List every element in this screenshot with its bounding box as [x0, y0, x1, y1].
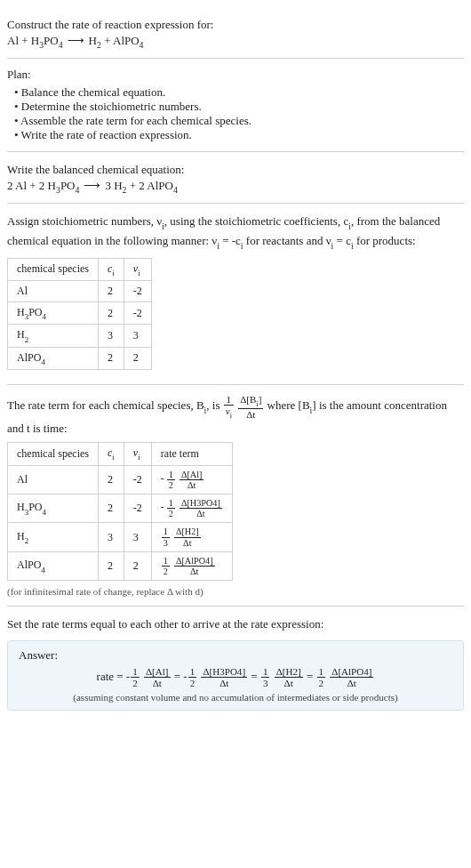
section-balanced: Write the balanced chemical equation: 2 …: [7, 152, 464, 204]
cell-rate: 13 Δ[H2]Δt: [151, 523, 232, 551]
cell-c: 3: [98, 523, 124, 551]
balanced-title: Write the balanced chemical equation:: [7, 161, 464, 179]
cell-species: Al: [8, 281, 99, 302]
col-c: ci: [98, 258, 124, 280]
table-row: Al 2 -2 -12 Δ[Al]Δt: [8, 465, 233, 494]
cell-v: 2: [124, 551, 151, 580]
cell-v: 3: [124, 325, 151, 347]
cell-v: -2: [124, 281, 151, 302]
rateterm-table: chemical species ci νi rate term Al 2 -2…: [7, 442, 233, 581]
cell-species: AlPO4: [8, 551, 99, 580]
cell-species: H3PO4: [8, 302, 99, 325]
plan-title: Plan:: [7, 68, 464, 82]
cell-c: 2: [98, 551, 124, 580]
table-header-row: chemical species ci νi rate term: [8, 443, 233, 465]
table-row: H3PO4 2 -2 -12 Δ[H3PO4]Δt: [8, 494, 233, 522]
answer-label: Answer:: [19, 648, 452, 663]
table-row: H2 3 3: [8, 325, 152, 347]
intro-equation: Al + H3PO4⟶H2 + AlPO4: [7, 34, 464, 50]
plan-item: Assemble the rate term for each chemical…: [7, 114, 464, 128]
table-row: AlPO4 2 2: [8, 347, 152, 369]
cell-v: 3: [124, 523, 151, 551]
cell-species: Al: [8, 465, 99, 494]
intro-prompt: Construct the rate of reaction expressio…: [7, 16, 464, 34]
cell-species: H2: [8, 523, 99, 551]
cell-species: H2: [8, 325, 99, 347]
section-rateterm: The rate term for each chemical species,…: [7, 385, 464, 607]
table-row: H3PO4 2 -2: [8, 302, 152, 325]
cell-rate: 12 Δ[AlPO4]Δt: [151, 551, 232, 580]
section-final: Set the rate terms equal to each other t…: [7, 607, 464, 719]
col-species: chemical species: [8, 258, 99, 280]
cell-v: 2: [124, 347, 151, 369]
stoich-table: chemical species ci νi Al 2 -2 H3PO4 2 -…: [7, 258, 152, 371]
cell-species: AlPO4: [8, 347, 99, 369]
col-c: ci: [98, 443, 124, 465]
cell-c: 2: [98, 281, 124, 302]
final-title: Set the rate terms equal to each other t…: [7, 615, 464, 633]
col-rate: rate term: [151, 443, 232, 465]
col-v: νi: [124, 258, 151, 280]
cell-species: H3PO4: [8, 494, 99, 522]
stoich-text: Assign stoichiometric numbers, νi, using…: [7, 213, 464, 252]
cell-v: -2: [124, 465, 151, 494]
cell-c: 2: [98, 494, 124, 522]
table-row: H2 3 3 13 Δ[H2]Δt: [8, 523, 233, 551]
plan-item: Determine the stoichiometric numbers.: [7, 100, 464, 114]
cell-c: 2: [98, 465, 124, 494]
answer-box: Answer: rate = -12 Δ[Al]Δt = -12 Δ[H3PO4…: [7, 640, 464, 711]
cell-v: -2: [124, 494, 151, 522]
plan-item: Write the rate of reaction expression.: [7, 128, 464, 142]
rateterm-text: The rate term for each chemical species,…: [7, 394, 464, 437]
col-species: chemical species: [8, 443, 99, 465]
rateterm-note: (for infinitesimal rate of change, repla…: [7, 586, 464, 597]
cell-v: -2: [124, 302, 151, 325]
table-row: Al 2 -2: [8, 281, 152, 302]
cell-c: 3: [98, 325, 124, 347]
balanced-equation: 2 Al + 2 H3PO4⟶3 H2 + 2 AlPO4: [7, 179, 464, 195]
cell-rate: -12 Δ[Al]Δt: [151, 465, 232, 494]
cell-rate: -12 Δ[H3PO4]Δt: [151, 494, 232, 522]
section-plan: Plan: Balance the chemical equation. Det…: [7, 59, 464, 152]
col-v: νi: [124, 443, 151, 465]
cell-c: 2: [98, 347, 124, 369]
plan-item: Balance the chemical equation.: [7, 85, 464, 100]
cell-c: 2: [98, 302, 124, 325]
section-intro: Construct the rate of reaction expressio…: [7, 7, 464, 59]
rate-expression: rate = -12 Δ[Al]Δt = -12 Δ[H3PO4]Δt = 13…: [19, 666, 452, 688]
section-stoich: Assign stoichiometric numbers, νi, using…: [7, 204, 464, 385]
table-row: AlPO4 2 2 12 Δ[AlPO4]Δt: [8, 551, 233, 580]
plan-list: Balance the chemical equation. Determine…: [7, 85, 464, 142]
answer-assumption: (assuming constant volume and no accumul…: [19, 692, 452, 703]
table-header-row: chemical species ci νi: [8, 258, 152, 280]
